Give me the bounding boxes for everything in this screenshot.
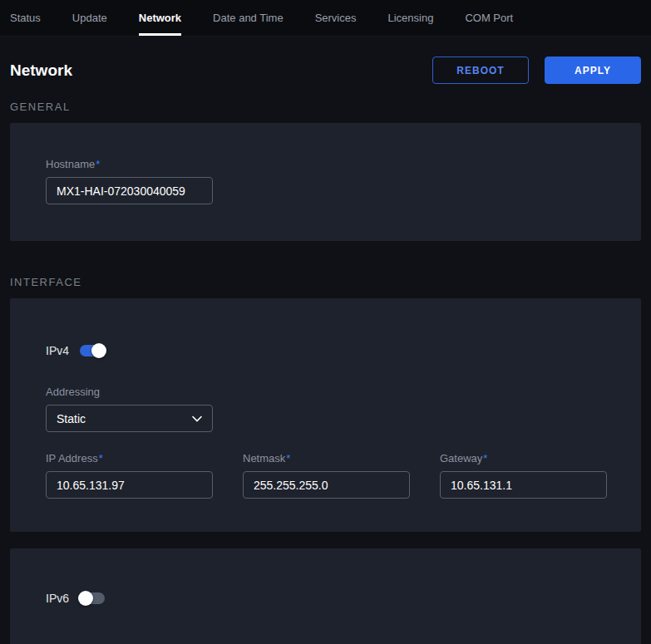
- tab-date-and-time[interactable]: Date and Time: [213, 0, 284, 36]
- hostname-label-text: Hostname: [46, 158, 95, 170]
- tab-com-port[interactable]: COM Port: [465, 0, 513, 36]
- interface-card: IPv4 Addressing Static IP Address*: [10, 298, 641, 532]
- tab-bar: Status Update Network Date and Time Serv…: [0, 0, 651, 37]
- addressing-label: Addressing: [46, 386, 605, 398]
- gateway-field: Gateway*: [440, 452, 607, 499]
- header-actions: REBOOT APPLY: [432, 57, 641, 84]
- ipv4-label: IPv4: [46, 344, 69, 357]
- addressing-field: Addressing Static: [46, 386, 605, 432]
- network-page: Network REBOOT APPLY GENERAL Hostname* I…: [0, 57, 651, 644]
- ipv6-label: IPv6: [46, 592, 69, 605]
- tab-status[interactable]: Status: [10, 0, 41, 36]
- page-title: Network: [10, 61, 72, 80]
- addressing-select[interactable]: Static: [46, 405, 213, 432]
- tab-licensing[interactable]: Licensing: [387, 0, 433, 36]
- hostname-required-marker: *: [96, 158, 100, 170]
- chevron-down-icon: [192, 415, 202, 422]
- section-general-title: GENERAL: [10, 101, 641, 113]
- addressing-selected-value: Static: [57, 412, 86, 425]
- ipv4-toggle-knob: [91, 343, 106, 358]
- gateway-input[interactable]: [440, 471, 607, 499]
- section-interface-title: INTERFACE: [10, 276, 641, 288]
- tab-services[interactable]: Services: [315, 0, 357, 36]
- hostname-label: Hostname*: [46, 158, 605, 170]
- gateway-required-marker: *: [483, 452, 487, 465]
- reboot-button[interactable]: REBOOT: [432, 57, 529, 84]
- tab-network[interactable]: Network: [139, 0, 181, 36]
- ip-address-input[interactable]: [46, 471, 213, 499]
- ipv6-card: IPv6: [10, 548, 641, 644]
- ip-address-field: IP Address*: [46, 452, 213, 499]
- ipv6-toggle-knob: [78, 591, 93, 606]
- ipv6-toggle[interactable]: [80, 592, 105, 604]
- gateway-label-text: Gateway: [440, 452, 482, 465]
- ipv4-toggle-row: IPv4: [46, 344, 605, 357]
- netmask-field: Netmask*: [243, 452, 410, 499]
- general-card: Hostname*: [10, 123, 641, 241]
- ipv4-toggle[interactable]: [80, 345, 105, 356]
- ip-address-label: IP Address*: [46, 452, 213, 465]
- hostname-input[interactable]: [46, 177, 213, 204]
- netmask-label: Netmask*: [243, 452, 410, 465]
- apply-button[interactable]: APPLY: [545, 57, 641, 84]
- ip-address-required-marker: *: [99, 452, 103, 465]
- page-header: Network REBOOT APPLY: [10, 57, 641, 84]
- ip-address-label-text: IP Address: [46, 452, 98, 465]
- gateway-label: Gateway*: [440, 452, 607, 465]
- tab-update[interactable]: Update: [72, 0, 107, 36]
- ipv6-toggle-row: IPv6: [46, 592, 105, 605]
- ipv4-address-row: IP Address* Netmask* Gateway*: [46, 452, 605, 499]
- netmask-required-marker: *: [286, 452, 290, 465]
- netmask-label-text: Netmask: [243, 452, 285, 465]
- netmask-input[interactable]: [243, 471, 410, 499]
